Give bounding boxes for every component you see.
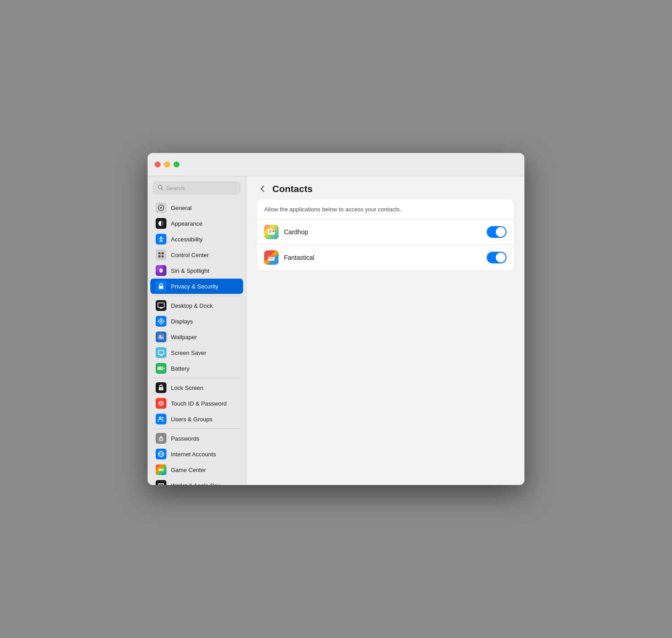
- privacy-icon: [156, 281, 166, 292]
- cardhop-app-name: Cardhop: [284, 228, 481, 236]
- sidebar-item-controlcenter[interactable]: Control Center: [150, 247, 243, 262]
- svg-rect-47: [269, 232, 271, 233]
- sidebar-item-label-accessibility: Accessibility: [171, 236, 203, 243]
- sidebar-section-2: Desktop & Dock Displays: [148, 298, 246, 376]
- sidebar-item-battery[interactable]: Battery: [150, 361, 243, 376]
- sidebar-item-appearance[interactable]: Appearance: [150, 216, 243, 231]
- svg-rect-53: [272, 258, 273, 259]
- sidebar-section-4: Passwords Internet Accounts: [148, 431, 246, 485]
- controlcenter-icon: [156, 249, 166, 260]
- svg-point-29: [162, 417, 164, 419]
- traffic-lights: [155, 162, 179, 167]
- svg-rect-50: [268, 255, 275, 257]
- appearance-icon: [156, 218, 166, 229]
- sidebar-item-privacy[interactable]: Privacy & Security: [150, 279, 243, 294]
- screensaver-icon: [156, 347, 166, 358]
- main-scrollable: Allow the applications below to access y…: [246, 200, 524, 485]
- titlebar: [148, 153, 524, 176]
- sidebar-item-screensaver[interactable]: Screen Saver: [150, 345, 243, 360]
- search-container: Search: [148, 176, 246, 198]
- main-header: Contacts: [246, 176, 524, 200]
- sidebar-item-siri[interactable]: Siri & Spotlight: [150, 263, 243, 278]
- svg-point-3: [160, 207, 162, 209]
- svg-rect-21: [159, 368, 162, 369]
- system-preferences-window: Search General: [148, 153, 524, 485]
- sidebar-item-label-appearance: Appearance: [171, 220, 202, 227]
- svg-rect-18: [158, 350, 164, 354]
- displays-icon: [156, 316, 166, 327]
- general-icon: [156, 202, 166, 213]
- siri-icon: [156, 265, 166, 276]
- svg-point-34: [161, 468, 164, 471]
- sidebar-item-label-users: Users & Groups: [171, 416, 212, 423]
- cardhop-toggle[interactable]: [487, 226, 506, 238]
- svg-rect-13: [158, 303, 164, 307]
- svg-point-11: [160, 269, 162, 272]
- close-button[interactable]: [155, 162, 161, 167]
- sidebar-item-internet[interactable]: Internet Accounts: [150, 446, 243, 462]
- svg-rect-16: [158, 334, 164, 340]
- sidebar-item-lockscreen[interactable]: Lock Screen: [150, 380, 243, 395]
- back-button[interactable]: [257, 184, 268, 194]
- svg-rect-51: [270, 258, 271, 259]
- gamecenter-icon: [156, 464, 166, 475]
- maximize-button[interactable]: [174, 162, 179, 167]
- sidebar-item-label-battery: Battery: [171, 365, 189, 372]
- divider-3: [153, 428, 240, 429]
- svg-rect-12: [159, 286, 163, 289]
- wallet-icon: [156, 480, 166, 485]
- svg-rect-46: [269, 231, 272, 232]
- fantastical-app-name: Fantastical: [284, 254, 481, 261]
- sidebar-item-wallpaper[interactable]: Wallpaper: [150, 329, 243, 345]
- sidebar-item-touchid[interactable]: Touch ID & Password: [150, 396, 243, 411]
- svg-rect-52: [271, 258, 272, 259]
- sidebar-item-displays[interactable]: Displays: [150, 314, 243, 329]
- svg-rect-20: [164, 368, 165, 369]
- search-placeholder: Search: [166, 185, 184, 192]
- fantastical-app-icon: [264, 250, 279, 265]
- fantastical-toggle[interactable]: [487, 252, 506, 263]
- sidebar-item-label-general: General: [171, 205, 192, 211]
- main-content-area: Contacts Allow the applications below to…: [246, 176, 524, 485]
- sidebar-item-gamecenter[interactable]: Game Center: [150, 462, 243, 477]
- wallpaper-icon: [156, 332, 166, 342]
- sidebar-item-label-internet: Internet Accounts: [171, 451, 216, 458]
- app-row-fantastical: Fantastical: [257, 245, 514, 270]
- sidebar: Search General: [148, 176, 246, 485]
- divider-1: [153, 296, 240, 296]
- search-box[interactable]: Search: [153, 182, 240, 194]
- cardhop-app-icon: [264, 225, 279, 239]
- sidebar-item-label-screensaver: Screen Saver: [171, 350, 206, 356]
- search-icon: [158, 185, 163, 192]
- svg-point-48: [273, 230, 275, 232]
- minimize-button[interactable]: [164, 162, 170, 167]
- accessibility-icon: [156, 234, 166, 245]
- page-title: Contacts: [272, 184, 313, 194]
- sidebar-item-accessibility[interactable]: Accessibility: [150, 232, 243, 247]
- svg-point-5: [160, 236, 162, 238]
- svg-point-17: [160, 336, 161, 337]
- sidebar-item-users[interactable]: Users & Groups: [150, 411, 243, 427]
- sidebar-item-passwords[interactable]: Passwords: [150, 431, 243, 446]
- svg-point-27: [161, 403, 161, 404]
- sidebar-item-general[interactable]: General: [150, 200, 243, 215]
- svg-point-33: [158, 468, 161, 471]
- sidebar-item-label-siri: Siri & Spotlight: [171, 267, 209, 274]
- battery-icon: [156, 363, 166, 374]
- passwords-icon: [156, 433, 166, 444]
- svg-rect-6: [158, 252, 161, 254]
- pane-description: Allow the applications below to access y…: [257, 200, 514, 219]
- sidebar-item-label-desktop: Desktop & Dock: [171, 302, 213, 309]
- sidebar-item-label-passwords: Passwords: [171, 435, 200, 442]
- sidebar-item-label-privacy: Privacy & Security: [171, 283, 218, 290]
- sidebar-item-label-lockscreen: Lock Screen: [171, 385, 203, 391]
- touchid-icon: [156, 398, 166, 409]
- sidebar-section-3: Lock Screen Touch ID & Password: [148, 380, 246, 427]
- svg-rect-24: [161, 385, 161, 386]
- sidebar-item-wallet[interactable]: Wallet & Apple Pay: [150, 478, 243, 485]
- svg-point-28: [159, 417, 161, 419]
- sidebar-list: General Appearance: [148, 198, 246, 485]
- content-area: Search General: [148, 176, 524, 485]
- svg-rect-8: [158, 255, 161, 258]
- sidebar-item-desktop[interactable]: Desktop & Dock: [150, 298, 243, 313]
